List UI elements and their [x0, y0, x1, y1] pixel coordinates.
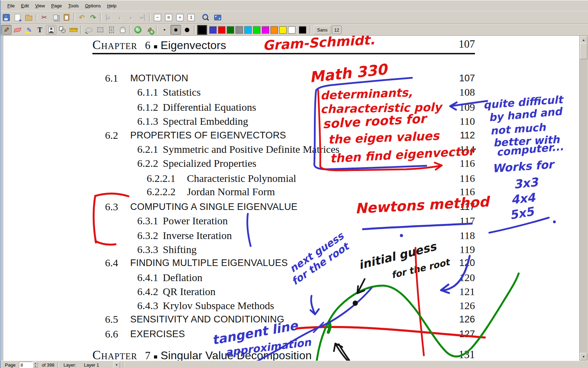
menu-page[interactable]: Page [48, 2, 65, 9]
lasso-select-button[interactable] [84, 25, 94, 35]
chapter-word: Chapter [92, 38, 137, 52]
zoom-in-button[interactable]: + [175, 13, 185, 22]
left-window-frame [1, 36, 4, 361]
menu-view[interactable]: View [32, 2, 48, 9]
rect-select-button[interactable] [95, 25, 105, 35]
new-page-button[interactable] [12, 13, 23, 22]
save-button[interactable] [1, 13, 12, 22]
color-swatch-yellow[interactable] [279, 26, 287, 34]
ruler-tool-button[interactable] [68, 25, 79, 35]
new-page-icon [15, 14, 20, 21]
copy-button[interactable] [50, 13, 61, 22]
toolbar-separator [74, 13, 75, 22]
color-swatch-green[interactable] [227, 26, 234, 34]
toolbar-separator [36, 13, 37, 22]
zoom-fit-icon: ⌗ [165, 14, 173, 21]
medium-stroke-button[interactable] [170, 25, 181, 35]
scroll-down-button[interactable]: ▼ [580, 353, 587, 360]
layer-value: Layer 1 [82, 362, 113, 368]
text-tool-button[interactable]: T [35, 25, 45, 35]
pen-tool-button[interactable]: ✎ [1, 25, 12, 35]
chapter-number: 6 [145, 39, 150, 52]
undo-arrow-icon: ↶ [79, 14, 85, 21]
thin-stroke-button[interactable] [159, 25, 170, 35]
chapter-word: Chapter [92, 348, 137, 361]
layer-combobox[interactable]: Layer 1 ▼ [82, 362, 120, 368]
document-area: Chapter6Eigenvectors 107 6.1MOTIVATION10… [1, 36, 588, 361]
undo-button[interactable]: ↶ [77, 13, 87, 22]
thick-stroke-button[interactable] [182, 25, 192, 35]
handwriting-determinants: determinants, [320, 86, 413, 102]
chevron-down-icon[interactable]: ▼ [113, 362, 120, 368]
current-color-swatch[interactable] [197, 25, 207, 35]
toolbar-separator [130, 26, 131, 34]
menu-edit[interactable]: Edit [18, 2, 32, 9]
chapter-heading: Chapter6Eigenvectors [92, 37, 226, 53]
last-page-button[interactable]: » [137, 13, 147, 22]
shape-recognizer-button[interactable] [57, 25, 68, 35]
page-spin-down-button[interactable]: ▼ [33, 365, 37, 368]
color-swatch-lightgreen[interactable] [253, 26, 260, 34]
next-page-button[interactable]: › [126, 13, 136, 22]
previous-page-button[interactable]: ‹ [114, 13, 125, 22]
toc-row: 6.3.1Power Iteration117 [4, 214, 580, 227]
highlighter-icon: ✐ [26, 27, 32, 32]
image-tool-button[interactable] [46, 25, 56, 35]
toc-row: 6.4.2QR Iteration121 [4, 285, 580, 298]
xournal-window: File Edit View Page Tools Options Help ✂… [0, 0, 588, 368]
scroll-up-button[interactable]: ▲ [580, 36, 587, 43]
fullscreen-button[interactable] [212, 13, 223, 22]
color-swatch-magenta[interactable] [262, 26, 269, 34]
redo-arrow-icon: ↷ [90, 14, 96, 21]
chapter-number: 7 [145, 349, 150, 361]
fullscreen-icon [214, 15, 221, 20]
status-bar: Page ▲▼ of 398 Layer: Layer 1 ▼ [1, 361, 588, 368]
first-page-button[interactable]: « [103, 13, 114, 22]
color-swatch-white[interactable] [288, 26, 295, 34]
default-pen-button[interactable]: ↻ [133, 25, 143, 35]
menu-tools[interactable]: Tools [65, 2, 82, 9]
toolbar-separator [100, 13, 102, 22]
vertical-select-button[interactable]: ↕ [106, 25, 117, 35]
pdf-page[interactable]: Chapter6Eigenvectors 107 6.1MOTIVATION10… [4, 36, 580, 361]
set-default-button[interactable]: ✎ [144, 25, 154, 35]
hand-tool-button[interactable] [117, 25, 128, 35]
menu-options[interactable]: Options [82, 2, 104, 9]
toc-row: 6.3.2Inverse Iteration118 [4, 229, 580, 242]
square-bullet-icon [154, 355, 157, 359]
color-swatch-lightblue[interactable] [244, 26, 252, 34]
color-swatch-blue[interactable] [209, 26, 217, 34]
cut-button[interactable]: ✂ [39, 13, 49, 22]
header-rule [92, 53, 475, 54]
zoom-in-icon: + [176, 14, 184, 21]
next-chapter-page-number: 131 [433, 348, 475, 361]
search-button[interactable] [200, 13, 210, 22]
zoom-out-button[interactable]: − [152, 13, 163, 22]
next-page-icon: › [130, 14, 132, 21]
menu-file[interactable]: File [4, 2, 18, 9]
scrollbar-thumb[interactable] [580, 43, 587, 59]
paste-button[interactable] [61, 13, 72, 22]
font-name-button[interactable]: Sans [314, 25, 331, 34]
redo-button[interactable]: ↷ [88, 13, 98, 22]
zoom-fit-button[interactable]: ⌗ [163, 13, 174, 22]
zoom-original-button[interactable]: 1 [186, 13, 196, 22]
color-swatch-gray[interactable] [236, 26, 243, 34]
open-button[interactable] [23, 13, 34, 22]
vertical-scrollbar[interactable]: ▲ ▼ [579, 36, 587, 361]
medium-dot-icon [174, 28, 177, 32]
color-chooser-swatch[interactable] [299, 26, 306, 34]
page-number-input[interactable] [19, 362, 33, 368]
handwriting-3x3: 3x3 [513, 175, 539, 191]
toc-row: 6.1MOTIVATION107 [4, 71, 580, 85]
text-tool-icon: T [37, 26, 42, 33]
font-size-button[interactable]: 12 [332, 26, 342, 34]
menu-bar: File Edit View Page Tools Options Help [1, 0, 588, 11]
eraser-tool-button[interactable] [12, 25, 23, 35]
highlighter-tool-button[interactable]: ✐ [23, 25, 34, 35]
color-swatch-orange[interactable] [271, 26, 278, 34]
page-spin-up-button[interactable]: ▲ [33, 362, 37, 365]
color-swatch-red[interactable] [218, 26, 225, 34]
menu-help[interactable]: Help [104, 2, 120, 9]
page-number-spinner: ▲▼ [19, 362, 37, 368]
